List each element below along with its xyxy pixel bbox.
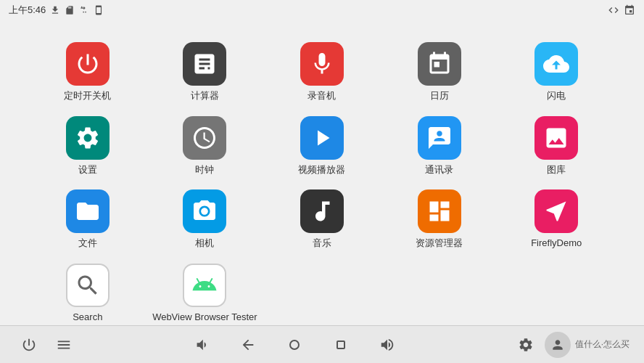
app-calculator[interactable]: 计算器 [146, 35, 264, 109]
menu-button[interactable] [49, 330, 78, 359]
app-resource-manager[interactable]: 资源管理器 [381, 182, 498, 256]
app-search[interactable]: Search [29, 256, 146, 330]
app-grid: 定时开关机 计算器 录音机 日历 闪电 设置 时钟 [0, 20, 644, 325]
time-display: 上午5:46 [9, 4, 46, 17]
status-left: 上午5:46 [9, 4, 104, 17]
taskbar: 值什么·怎么买 [0, 325, 644, 363]
taskbar-right: 值什么·怎么买 [511, 330, 629, 359]
camera-label: 相机 [195, 237, 214, 249]
video-player-label: 视频播放器 [298, 164, 345, 176]
settings-label: 设置 [78, 164, 97, 176]
app-power-timer[interactable]: 定时开关机 [29, 35, 146, 109]
app-clock[interactable]: 时钟 [146, 109, 264, 183]
calculator-label: 计算器 [191, 90, 219, 102]
back-button[interactable] [234, 330, 263, 359]
calendar-icon [418, 42, 461, 86]
power-button[interactable] [15, 330, 44, 359]
gallery-icon [534, 116, 578, 160]
taskbar-settings-button[interactable] [511, 330, 540, 359]
music-icon [300, 189, 344, 233]
search-label: Search [73, 311, 102, 323]
lightning-label: 闪电 [547, 90, 566, 102]
app-firefly-demo[interactable]: FireflyDemo [498, 182, 615, 256]
music-label: 音乐 [313, 237, 331, 249]
app-calendar[interactable]: 日历 [381, 35, 498, 109]
app-lightning[interactable]: 闪电 [498, 35, 615, 109]
search-icon [66, 264, 110, 307]
camera-icon [183, 189, 226, 233]
settings-icon [66, 116, 110, 160]
screenshot-icon [94, 5, 104, 15]
webview-tester-icon [183, 264, 226, 307]
app-gallery[interactable]: 图库 [498, 109, 615, 183]
volume-down-button[interactable] [187, 330, 216, 359]
webview-tester-label: WebView Browser Tester [152, 311, 257, 323]
files-label: 文件 [78, 237, 97, 249]
resource-manager-icon [418, 189, 461, 233]
app-settings[interactable]: 设置 [29, 109, 146, 183]
buy-icon [624, 4, 635, 16]
app-webview-tester[interactable]: WebView Browser Tester [146, 256, 264, 330]
app-camera[interactable]: 相机 [146, 182, 264, 256]
app-video-player[interactable]: 视频播放器 [263, 109, 381, 183]
status-right [608, 4, 635, 16]
app-music[interactable]: 音乐 [263, 182, 381, 256]
gallery-label: 图库 [547, 164, 566, 176]
contacts-icon [418, 116, 461, 160]
lightning-icon [534, 42, 578, 86]
power-timer-label: 定时开关机 [64, 90, 111, 102]
profile-button[interactable] [545, 332, 571, 358]
home-button[interactable] [280, 330, 309, 359]
power-timer-icon [66, 42, 110, 86]
firefly-demo-label: FireflyDemo [531, 237, 582, 249]
app-recorder[interactable]: 录音机 [263, 35, 381, 109]
recorder-label: 录音机 [307, 90, 336, 102]
firefly-demo-icon [534, 189, 578, 233]
usb-icon [79, 5, 89, 15]
calendar-label: 日历 [430, 90, 449, 102]
files-icon [66, 189, 110, 233]
app-contacts[interactable]: 通讯录 [381, 109, 498, 183]
app-files[interactable]: 文件 [29, 182, 146, 256]
status-bar: 上午5:46 [0, 0, 644, 20]
calculator-icon [183, 42, 226, 86]
code-icon [608, 4, 619, 16]
sd-icon [65, 5, 75, 15]
taskbar-center [187, 330, 402, 359]
contacts-label: 通讯录 [425, 164, 453, 176]
clock-icon [183, 116, 226, 160]
resource-manager-label: 资源管理器 [416, 237, 463, 249]
taskbar-left [15, 330, 78, 359]
recorder-icon [300, 42, 344, 86]
video-player-icon [300, 116, 344, 160]
buy-text: 值什么·怎么买 [575, 338, 629, 351]
volume-up-button[interactable] [373, 330, 402, 359]
download-icon [50, 5, 60, 15]
clock-label: 时钟 [195, 164, 214, 176]
recent-button[interactable] [326, 330, 355, 359]
